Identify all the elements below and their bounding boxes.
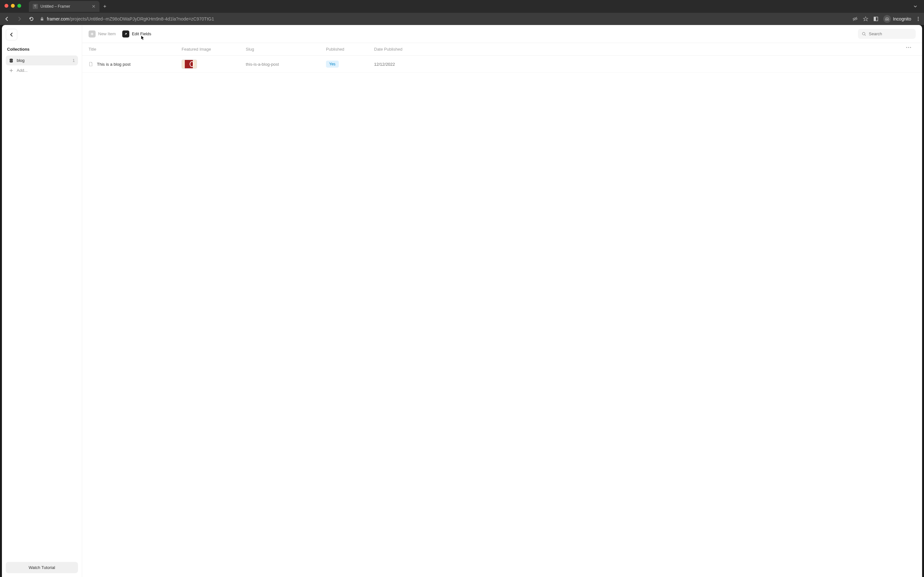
new-tab-button[interactable]: + bbox=[103, 3, 106, 9]
tab-title: Untitled – Framer bbox=[40, 4, 70, 9]
row-date: 12/12/2022 bbox=[374, 62, 906, 67]
svg-point-7 bbox=[918, 19, 919, 19]
column-date-published[interactable]: Date Published bbox=[374, 47, 906, 52]
column-title[interactable]: Title bbox=[89, 47, 182, 52]
search-box[interactable] bbox=[858, 29, 916, 39]
new-item-label: New Item bbox=[98, 31, 116, 36]
bookmark-star-icon[interactable] bbox=[863, 16, 869, 22]
svg-point-4 bbox=[885, 19, 887, 21]
browser-forward-button[interactable] bbox=[15, 15, 23, 23]
arrow-out-icon bbox=[122, 31, 129, 37]
svg-rect-0 bbox=[41, 19, 43, 21]
svg-line-1 bbox=[853, 17, 857, 21]
url-domain: framer.com bbox=[47, 16, 69, 21]
browser-reload-button[interactable] bbox=[27, 15, 35, 23]
table-row[interactable]: This is a blog post this-is-a-blog-post … bbox=[82, 56, 922, 73]
database-icon bbox=[9, 58, 13, 63]
app: Collections blog 1 Add... Watch Tutorial… bbox=[2, 25, 922, 577]
svg-point-8 bbox=[918, 20, 919, 21]
watch-tutorial-button[interactable]: Watch Tutorial bbox=[6, 562, 78, 573]
add-label: Add... bbox=[17, 68, 27, 73]
published-badge: Yes bbox=[326, 61, 339, 68]
table-header: Title Featured Image Slug Published Date… bbox=[82, 43, 922, 56]
sidebar: Collections blog 1 Add... Watch Tutorial bbox=[2, 25, 82, 577]
edit-fields-label: Edit Fields bbox=[132, 31, 152, 36]
incognito-icon bbox=[883, 15, 891, 23]
window-maximize-button[interactable] bbox=[17, 4, 21, 8]
plus-icon bbox=[89, 31, 95, 37]
browser-menu-icon[interactable] bbox=[916, 16, 921, 21]
column-published[interactable]: Published bbox=[326, 47, 374, 52]
row-slug: this-is-a-blog-post bbox=[246, 62, 326, 67]
collection-name: blog bbox=[17, 58, 25, 63]
edit-fields-button[interactable]: Edit Fields bbox=[122, 31, 152, 37]
search-input[interactable] bbox=[869, 31, 912, 36]
svg-point-6 bbox=[918, 17, 919, 18]
plus-icon bbox=[9, 68, 13, 73]
row-title: This is a blog post bbox=[97, 62, 131, 67]
tabs-chevron-icon[interactable] bbox=[913, 4, 918, 9]
page-icon bbox=[89, 62, 93, 66]
collections-heading: Collections bbox=[6, 47, 78, 52]
toolbar: New Item Edit Fields bbox=[82, 25, 922, 43]
main: New Item Edit Fields Title Featured Imag… bbox=[82, 25, 922, 577]
browser-chrome: Untitled – Framer ✕ + framer.com/project… bbox=[0, 0, 924, 25]
column-slug[interactable]: Slug bbox=[246, 47, 326, 52]
search-icon bbox=[862, 32, 866, 36]
collection-count: 1 bbox=[73, 58, 75, 63]
add-collection-button[interactable]: Add... bbox=[6, 65, 78, 75]
svg-point-5 bbox=[887, 19, 889, 21]
svg-rect-3 bbox=[874, 17, 876, 21]
url-field[interactable]: framer.com/projects/Untitled--mZ98oDWaPJ… bbox=[40, 16, 847, 21]
svg-line-12 bbox=[865, 35, 866, 35]
incognito-label: Incognito bbox=[893, 16, 911, 21]
browser-tab[interactable]: Untitled – Framer ✕ bbox=[29, 1, 99, 12]
incognito-badge[interactable]: Incognito bbox=[883, 15, 911, 23]
svg-point-13 bbox=[906, 47, 907, 48]
back-button[interactable] bbox=[6, 29, 17, 40]
url-path: /projects/Untitled--mZ98oDWaPJyDRgKHm9n8… bbox=[69, 16, 214, 21]
new-item-button[interactable]: New Item bbox=[89, 31, 116, 37]
collection-item-blog[interactable]: blog 1 bbox=[6, 55, 78, 65]
framer-favicon-icon bbox=[33, 4, 38, 9]
svg-point-14 bbox=[908, 47, 909, 48]
svg-point-15 bbox=[910, 47, 911, 48]
tab-close-icon[interactable]: ✕ bbox=[92, 4, 95, 9]
lock-icon bbox=[40, 17, 44, 21]
browser-back-button[interactable] bbox=[3, 15, 11, 23]
window-close-button[interactable] bbox=[5, 4, 8, 8]
window-minimize-button[interactable] bbox=[11, 4, 15, 8]
column-more-menu[interactable] bbox=[906, 47, 916, 52]
extensions-icon[interactable] bbox=[873, 16, 879, 22]
eye-off-icon[interactable] bbox=[852, 16, 858, 22]
svg-point-11 bbox=[863, 32, 865, 35]
column-featured-image[interactable]: Featured Image bbox=[182, 47, 246, 52]
featured-image-thumbnail bbox=[182, 60, 197, 69]
